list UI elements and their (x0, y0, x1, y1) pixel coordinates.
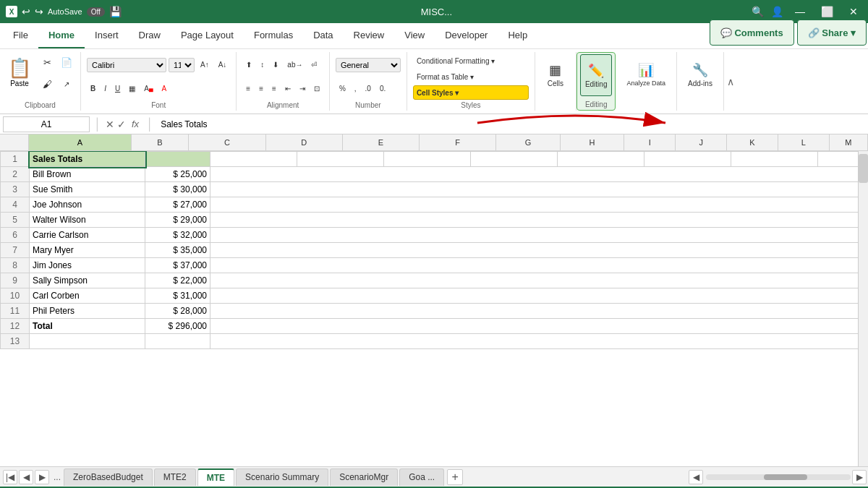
quick-access-undo[interactable]: ↩ (22, 6, 30, 17)
tab-file[interactable]: File (3, 22, 38, 48)
sheet-tab-zero-based-budget[interactable]: ZeroBasedBudget (64, 468, 153, 486)
row-num-5[interactable]: 5 (1, 213, 30, 228)
cell-a7[interactable]: Mary Myer (30, 243, 145, 258)
cell-a13[interactable] (30, 334, 145, 349)
tab-review[interactable]: Review (344, 22, 395, 48)
align-top-btn[interactable]: ⬆ (242, 58, 255, 72)
cancel-formula-btn[interactable]: ✕ (106, 119, 114, 130)
addins-btn[interactable]: 🔧 Add-ins (683, 53, 718, 95)
cell-b3[interactable]: $ 30,000 (145, 182, 210, 197)
copy-button[interactable]: 📄 (57, 55, 76, 69)
increase-decimal-btn[interactable]: .0 (362, 82, 375, 96)
bold-btn[interactable]: B (87, 82, 99, 96)
cell-b4[interactable]: $ 27,000 (145, 197, 210, 213)
col-header-h[interactable]: H (561, 134, 625, 150)
cell-b2[interactable]: $ 25,000 (145, 167, 210, 182)
cell-a4[interactable]: Joe Johnson (30, 197, 145, 213)
tab-insert[interactable]: Insert (85, 22, 129, 48)
align-right-btn[interactable]: ≡ (268, 82, 280, 96)
align-left-btn[interactable]: ≡ (242, 82, 254, 96)
clipboard-launcher[interactable]: ↗ (57, 77, 76, 92)
autosave-toggle[interactable]: Off (87, 7, 105, 17)
cell-a6[interactable]: Carrie Carlson (30, 228, 145, 243)
sheet-tab-goa[interactable]: Goa ... (399, 468, 444, 486)
row-num-9[interactable]: 9 (1, 273, 30, 288)
confirm-formula-btn[interactable]: ✓ (117, 119, 126, 130)
sheet-tab-scenario-mgr[interactable]: ScenarioMgr (330, 468, 398, 486)
orientation-btn[interactable]: ab→ (284, 58, 306, 72)
tab-page-layout[interactable]: Page Layout (171, 22, 244, 48)
h-scroll-thumb[interactable] (764, 474, 807, 480)
increase-font-btn[interactable]: A↑ (197, 58, 213, 72)
col-header-e[interactable]: E (343, 134, 420, 150)
tab-draw[interactable]: Draw (129, 22, 171, 48)
col-header-d[interactable]: D (266, 134, 343, 150)
tab-formulas[interactable]: Formulas (244, 22, 303, 48)
cell-a3[interactable]: Sue Smith (30, 182, 145, 197)
tab-nav-next[interactable]: ▶ (35, 470, 49, 484)
scrollbar-thumb[interactable] (859, 154, 868, 183)
font-color-btn[interactable]: A (158, 82, 171, 96)
quick-access-redo[interactable]: ↪ (35, 6, 43, 17)
row-num-7[interactable]: 7 (1, 243, 30, 258)
h-scroll-right[interactable]: ▶ (852, 470, 867, 484)
wrap-text-btn[interactable]: ⏎ (307, 58, 320, 72)
share-btn[interactable]: 🔗 Share ▾ (797, 20, 867, 46)
cell-b6[interactable]: $ 32,000 (145, 228, 210, 243)
number-format-select[interactable]: General (336, 58, 401, 72)
tab-help[interactable]: Help (498, 22, 537, 48)
comma-btn[interactable]: , (351, 82, 360, 96)
row-num-11[interactable]: 11 (1, 304, 30, 319)
cell-a10[interactable]: Carl Corben (30, 288, 145, 304)
percent-btn[interactable]: % (336, 82, 349, 96)
analyze-data-btn[interactable]: 📊 Analyze Data (621, 53, 671, 95)
col-header-a[interactable]: A (29, 134, 132, 150)
tab-developer[interactable]: Developer (435, 22, 498, 48)
col-header-c[interactable]: C (189, 134, 265, 150)
row-num-8[interactable]: 8 (1, 258, 30, 273)
name-box[interactable] (3, 116, 90, 132)
row-num-2[interactable]: 2 (1, 167, 30, 182)
cell-b13[interactable] (145, 334, 210, 349)
row-num-1[interactable]: 1 (1, 152, 30, 167)
cell-a1[interactable]: Sales Totals (30, 152, 145, 167)
cell-b10[interactable]: $ 31,000 (145, 288, 210, 304)
account-icon[interactable]: 👤 (771, 6, 783, 17)
row-num-6[interactable]: 6 (1, 228, 30, 243)
cell-a8[interactable]: Jim Jones (30, 258, 145, 273)
row-num-4[interactable]: 4 (1, 197, 30, 213)
cell-b7[interactable]: $ 35,000 (145, 243, 210, 258)
cell-b1[interactable] (145, 152, 210, 167)
comments-btn[interactable]: 💬 Comments (710, 20, 794, 46)
select-all-btn[interactable] (0, 134, 29, 150)
decrease-decimal-btn[interactable]: 0. (376, 82, 389, 96)
cell-b12[interactable]: $ 296,000 (145, 319, 210, 334)
tab-nav-prev[interactable]: ◀ (19, 470, 33, 484)
vertical-scrollbar[interactable] (858, 151, 868, 466)
tab-data[interactable]: Data (303, 22, 343, 48)
increase-indent-btn[interactable]: ⇥ (296, 82, 309, 96)
tab-view[interactable]: View (394, 22, 435, 48)
ribbon-expand-btn[interactable]: ∧ (724, 52, 737, 111)
close-btn[interactable]: ✕ (845, 4, 862, 19)
format-painter-button[interactable]: 🖌 (38, 77, 56, 92)
font-family-select[interactable]: Calibri (87, 58, 166, 72)
cell-a9[interactable]: Sally Simpson (30, 273, 145, 288)
maximize-btn[interactable]: ⬜ (817, 4, 838, 19)
cell-d1[interactable] (297, 152, 384, 167)
cell-b9[interactable]: $ 22,000 (145, 273, 210, 288)
sheet-scroll[interactable]: 1 Sales Totals (0, 151, 858, 466)
col-header-b[interactable]: B (132, 134, 190, 150)
col-header-i[interactable]: I (624, 134, 676, 150)
cell-i1[interactable] (731, 152, 818, 167)
row-num-3[interactable]: 3 (1, 182, 30, 197)
col-header-l[interactable]: L (778, 134, 830, 150)
editing-btn[interactable]: ✏️ Editing (580, 54, 613, 96)
tab-nav-first[interactable]: |◀ (3, 470, 17, 484)
sheet-tab-mte[interactable]: MTE (197, 468, 234, 486)
cell-a11[interactable]: Phil Peters (30, 304, 145, 319)
cell-h1[interactable] (644, 152, 731, 167)
cell-g1[interactable] (558, 152, 644, 167)
minimize-btn[interactable]: — (791, 4, 809, 19)
row-num-13[interactable]: 13 (1, 334, 30, 349)
